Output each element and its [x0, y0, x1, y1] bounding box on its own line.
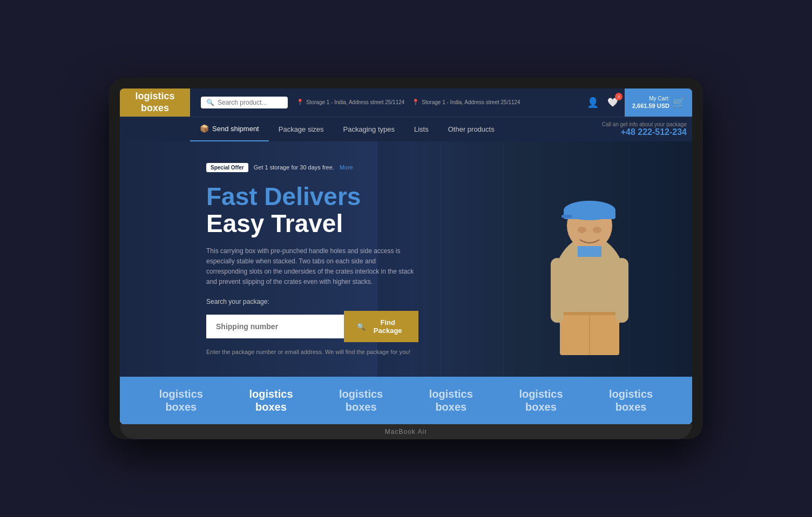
brand-3-line2: boxes: [339, 400, 383, 413]
laptop-screen: logistics boxes 🔍 📍 Storage 1 - India, A…: [120, 89, 692, 425]
svg-rect-9: [561, 215, 572, 218]
logo-line2: boxes: [135, 103, 174, 114]
search-input[interactable]: [218, 99, 282, 106]
svg-rect-17: [615, 258, 628, 323]
brand-1-line2: boxes: [159, 400, 203, 413]
brand-4-line1: logistics: [429, 387, 473, 400]
find-package-label: Find Package: [370, 318, 405, 335]
brand-5-line2: boxes: [519, 400, 563, 413]
location-item-2: 📍 Storage 1 - India, Address street 25/1…: [412, 99, 520, 106]
brand-2-line1: logistics: [249, 387, 293, 400]
search-area[interactable]: 🔍: [201, 97, 288, 108]
svg-rect-10: [578, 246, 601, 257]
laptop-label: MacBook Air: [385, 428, 427, 436]
laptop-bottom: MacBook Air: [120, 424, 692, 439]
brand-item-6[interactable]: logistics boxes: [609, 387, 653, 413]
top-bar-right: 👤 🤍 3 My Cart: 2,661.59 USD 🛒: [585, 89, 692, 117]
brand-6-line1: logistics: [609, 387, 653, 400]
brands-bar: logistics boxes logistics boxes logistic…: [120, 377, 692, 424]
hero-content: Special Offer Get 1 storage for 30 days …: [120, 141, 435, 377]
nav-package-sizes-label: Package sizes: [279, 125, 324, 133]
nav-packaging-types[interactable]: Packaging types: [334, 117, 404, 141]
nav-other-products[interactable]: Other products: [438, 117, 504, 141]
special-offer-badge: Special Offer: [206, 163, 248, 172]
special-offer-bar: Special Offer Get 1 storage for 30 days …: [206, 163, 418, 172]
svg-point-12: [593, 227, 601, 233]
brand-item-4[interactable]: logistics boxes: [429, 387, 473, 413]
svg-rect-16: [551, 258, 564, 323]
delivery-person: [514, 141, 665, 377]
shipping-number-input[interactable]: [206, 315, 344, 338]
nav-lists-label: Lists: [414, 125, 429, 133]
svg-point-11: [578, 227, 586, 233]
location-icon-1: 📍: [296, 99, 304, 106]
brand-item-3[interactable]: logistics boxes: [339, 387, 383, 413]
brand-item-1[interactable]: logistics boxes: [159, 387, 203, 413]
search-hint: Enter the package number or email addres…: [206, 349, 418, 355]
call-number: +48 222-512-234: [602, 127, 687, 137]
search-package-label: Search your package:: [206, 298, 418, 305]
brand-item-2[interactable]: logistics boxes: [249, 387, 293, 413]
brand-3-line1: logistics: [339, 387, 383, 400]
user-button[interactable]: 👤: [585, 94, 601, 111]
laptop-frame: logistics boxes 🔍 📍 Storage 1 - India, A…: [109, 78, 703, 440]
hero-description: This carrying box with pre-punched handl…: [206, 246, 418, 288]
top-bar: logistics boxes 🔍 📍 Storage 1 - India, A…: [120, 89, 692, 117]
cart-button[interactable]: My Cart: 2,661.59 USD 🛒: [625, 89, 692, 117]
logo-line1: logistics: [135, 91, 174, 103]
brand-5-line1: logistics: [519, 387, 563, 400]
location-icon-2: 📍: [412, 99, 419, 106]
location-item-1: 📍 Storage 1 - India, Address street 25/1…: [296, 99, 404, 106]
special-offer-text: Get 1 storage for 30 days free.: [254, 164, 334, 171]
nav-package-sizes[interactable]: Package sizes: [269, 117, 334, 141]
cart-label: My Cart: 2,661.59 USD: [632, 95, 669, 110]
hero-section: Special Offer Get 1 storage for 30 days …: [120, 141, 692, 377]
cart-title: My Cart:: [632, 95, 669, 102]
location-text-1: Storage 1 - India, Address street 25/112…: [306, 99, 404, 105]
nav-packaging-types-label: Packaging types: [343, 125, 395, 133]
nav-right: Call an get info about your package +48 …: [602, 121, 687, 137]
nav-send-shipment[interactable]: 📦 Send shipment: [190, 117, 269, 141]
hero-title-blue: Fast Delivers: [206, 183, 418, 210]
brand-2-line2: boxes: [249, 400, 293, 413]
logo-box: logistics boxes: [120, 89, 190, 117]
website: logistics boxes 🔍 📍 Storage 1 - India, A…: [120, 89, 692, 425]
special-offer-more[interactable]: More: [340, 164, 353, 171]
logo: logistics boxes: [135, 91, 174, 114]
brand-1-line1: logistics: [159, 387, 203, 400]
cart-amount: 2,661.59 USD: [632, 102, 669, 110]
nav-send-shipment-label: Send shipment: [212, 125, 259, 133]
cart-icon: 🛒: [673, 97, 685, 108]
call-label: Call an get info about your package: [602, 121, 687, 127]
location-text-2: Storage 1 - India, Address street 25/112…: [422, 99, 520, 105]
search-package-row: 🔍 Find Package: [206, 311, 418, 342]
nav-other-products-label: Other products: [448, 125, 495, 133]
find-package-button[interactable]: 🔍 Find Package: [344, 311, 418, 342]
wishlist-badge: 3: [615, 93, 622, 100]
brand-6-line2: boxes: [609, 400, 653, 413]
wishlist-button[interactable]: 🤍 3: [605, 95, 620, 110]
nav-bar: 📦 Send shipment Package sizes Packaging …: [120, 117, 692, 141]
nav-lists[interactable]: Lists: [404, 117, 438, 141]
nav-links: 📦 Send shipment Package sizes Packaging …: [190, 117, 602, 141]
search-icon: 🔍: [206, 99, 214, 106]
hero-title-white: Easy Travel: [206, 210, 418, 237]
shipment-icon: 📦: [200, 124, 209, 133]
brand-4-line2: boxes: [429, 400, 473, 413]
find-search-icon: 🔍: [357, 323, 366, 331]
brand-item-5[interactable]: logistics boxes: [519, 387, 563, 413]
location-info: 📍 Storage 1 - India, Address street 25/1…: [296, 99, 585, 106]
